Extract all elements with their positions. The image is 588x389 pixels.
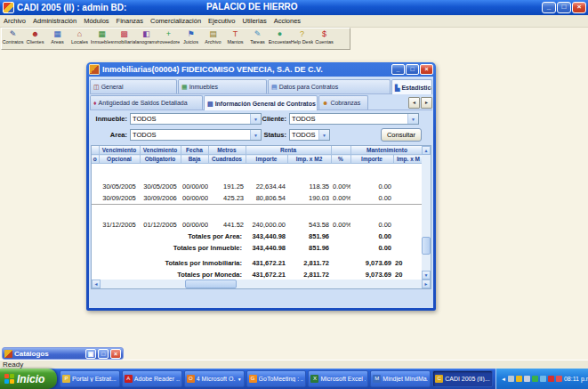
grid-subheader-imp-x-m2[interactable]: Imp. x M2 — [287, 155, 331, 164]
vscroll-thumb[interactable] — [422, 237, 431, 255]
grid-subheader-baja[interactable]: Baja — [181, 155, 208, 164]
restore-icon[interactable]: □ — [557, 2, 571, 13]
restore-icon[interactable]: ▣ — [85, 349, 96, 359]
subtab-informaci-n-general-de-contratos[interactable]: ▤Información General de Contratos — [204, 95, 318, 110]
close-icon[interactable]: × — [572, 2, 586, 13]
close-icon[interactable]: × — [110, 349, 121, 359]
toolbar-button-inmobiliarias[interactable]: ▩Inmobiliarias — [113, 29, 135, 45]
subtab-antig-edad-de-saldos-detallada[interactable]: ♦Antigüedad de Saldos Detallada — [90, 95, 203, 109]
network-icon[interactable] — [508, 376, 514, 382]
messenger-icon[interactable] — [516, 376, 522, 382]
toolbar-button-proveedores[interactable]: +Proveedores — [157, 29, 180, 45]
area-select[interactable]: TODOS ▼ — [130, 129, 262, 141]
grid-subheader-opcional[interactable]: Opcional — [99, 155, 140, 164]
scroll-up-icon[interactable]: ▲ — [422, 146, 431, 155]
agent-icon[interactable] — [532, 376, 538, 382]
toolbar-button-areas[interactable]: ▦Areas — [46, 29, 68, 45]
vscroll-track[interactable] — [422, 155, 431, 271]
toolbar-button-juicios[interactable]: ⚑Juicios — [180, 29, 202, 45]
menu-item-m-dulos[interactable]: Módulos — [80, 17, 112, 25]
chevron-down-icon[interactable]: ▼ — [318, 130, 329, 140]
grid-cell — [393, 192, 422, 204]
taskbar-task-adobe-reader[interactable]: AAdobe Reader ... — [122, 370, 182, 387]
toolbar-button-inmuebles[interactable]: ▦Inmuebles — [91, 29, 113, 45]
vertical-scrollbar[interactable]: ▲ ▼ — [422, 146, 431, 280]
menu-item-utilerias[interactable]: Utilerias — [239, 17, 270, 25]
grid-subheader-cuadrados[interactable]: Cuadrados — [208, 155, 246, 164]
consultar-button[interactable]: Consultar — [381, 128, 422, 142]
tab-datos-para-contratos[interactable]: ▤Datos para Contratos — [268, 79, 391, 93]
maximize-icon[interactable]: □ — [98, 349, 109, 359]
taskbar-task-mindjet-mindma[interactable]: MMindjet MindMa... — [370, 370, 431, 387]
toolbar-button-cuentas[interactable]: $Cuentas — [313, 29, 335, 45]
tab-general[interactable]: ◫General — [90, 79, 177, 93]
scroll-down-icon[interactable]: ▼ — [422, 271, 431, 280]
scroll-right-icon[interactable]: ► — [421, 97, 432, 109]
grid-subheader-importe[interactable]: Importe — [350, 155, 393, 164]
grid-header-fecha[interactable]: Fecha — [181, 146, 208, 155]
menu-bar: ArchivoAdministraciónMódulosFinanzasCome… — [0, 15, 588, 28]
grid-subheader-obligatorio[interactable]: Obligatorio — [140, 155, 181, 164]
taskbar-task-cadi-2005-ii[interactable]: CCADI 2005 (II)... — [432, 370, 493, 387]
menu-item-finanzas[interactable]: Finanzas — [113, 17, 147, 25]
menu-item-archivo[interactable]: Archivo — [0, 17, 29, 25]
chevron-down-icon[interactable]: ▼ — [407, 114, 418, 124]
grid-header-vencimiento[interactable]: Vencimiento — [99, 146, 140, 155]
taskbar-task-microsoft-excel[interactable]: XMicrosoft Excel ... — [308, 370, 368, 387]
taskbar-task-gotomeeting[interactable]: GGoToMeeting : ... — [246, 370, 307, 387]
inmueble-select[interactable]: TODOS ▼ — [130, 113, 262, 125]
update-icon[interactable] — [540, 376, 546, 382]
toolbar-button-clientes[interactable]: ☻Clientes — [24, 29, 46, 45]
tray-chevron-icon[interactable]: ◄ — [501, 377, 506, 382]
hscroll-track[interactable] — [101, 280, 422, 288]
dialog-minimize-icon[interactable]: _ — [391, 64, 405, 75]
toolbar-button-planogramas[interactable]: ◧Planogramas — [135, 29, 157, 45]
hscroll-thumb[interactable] — [185, 280, 237, 288]
catalogos-minimized-window[interactable]: Catálogos ▣ □ × — [2, 347, 124, 360]
toolbar-button-mantos[interactable]: TMantos — [224, 29, 246, 45]
start-button[interactable]: Inicio — [0, 369, 57, 389]
taskbar-task-4-microsoft-o[interactable]: O4 Microsoft O...▼ — [184, 370, 245, 387]
scroll-left-icon[interactable]: ◄ — [92, 280, 101, 288]
dialog-title: Inmobiliarias(00004) FIDEICOMISO VENECIA… — [102, 65, 391, 74]
grid-subheader-importe[interactable]: Importe — [246, 155, 287, 164]
dialog-maximize-icon[interactable]: □ — [406, 64, 419, 75]
toolbar-button-encuestas[interactable]: ●Encuestas — [269, 29, 291, 45]
toolbar-button-contratos[interactable]: ✎Contratos — [2, 29, 24, 45]
menu-item-administraci-n[interactable]: Administración — [29, 17, 80, 25]
grid-group-mantenimiento[interactable]: Mantenimiento — [350, 146, 422, 155]
grid-group-renta[interactable]: Renta — [246, 146, 331, 155]
dialog-close-icon[interactable]: × — [420, 64, 433, 75]
grid-subheader-[interactable]: % — [331, 155, 350, 164]
grid-header-metros[interactable]: Metros — [208, 146, 246, 155]
table-row[interactable]: 30/09/200530/09/200600/00/0000425.2380,8… — [92, 192, 422, 204]
taskbar-task-portal-y-estrat[interactable]: PPortal y Estrat... — [60, 370, 120, 387]
toolbar-button-locales[interactable]: ⌂Locales — [68, 29, 91, 45]
subtab-cobranzas[interactable]: ☻Cobranzas — [318, 95, 368, 109]
window-controls: _ □ × — [541, 2, 586, 13]
toolbar-button-tareas[interactable]: ✎Tareas — [246, 29, 269, 45]
scroll-left-icon[interactable]: ◄ — [408, 97, 420, 109]
antivirus-icon[interactable] — [548, 376, 554, 382]
status-select[interactable]: TODOS ▼ — [289, 129, 330, 141]
toolbar-button-archivo[interactable]: ▤Archivo — [202, 29, 224, 45]
tab-inmuebles[interactable]: ▦Inmuebles — [178, 79, 267, 93]
cliente-select[interactable]: TODOS ▼ — [289, 113, 419, 125]
grid-subheader-imp-x-m[interactable]: Imp. x M — [393, 155, 422, 164]
grid-subheader-o[interactable]: o — [92, 155, 99, 164]
horizontal-scrollbar[interactable]: ◄ ► — [92, 280, 431, 288]
menu-item-acciones[interactable]: Acciones — [270, 17, 304, 25]
display-icon[interactable] — [524, 376, 530, 382]
scroll-right-icon[interactable]: ► — [422, 280, 431, 288]
table-row[interactable]: 30/05/200530/05/200500/00/0000191.2522,6… — [92, 181, 422, 192]
minimize-icon[interactable]: _ — [542, 2, 556, 13]
table-row[interactable]: 31/12/200501/12/200500/00/0000441.52240,… — [92, 219, 422, 231]
menu-item-comercializaci-n[interactable]: Comercialización — [147, 17, 205, 25]
menu-item-ejecutivo[interactable]: Ejecutivo — [205, 17, 238, 25]
grid-group-blank[interactable] — [331, 146, 350, 155]
grid-header-col0[interactable] — [92, 146, 99, 155]
toolbar-button-help-desk[interactable]: ?Help Desk — [291, 29, 313, 45]
tab-estadisticas[interactable]: ▙Estadisticas — [391, 79, 432, 94]
grid-header-vencimiento[interactable]: Vencimiento — [140, 146, 181, 155]
alert-icon[interactable] — [556, 376, 562, 382]
